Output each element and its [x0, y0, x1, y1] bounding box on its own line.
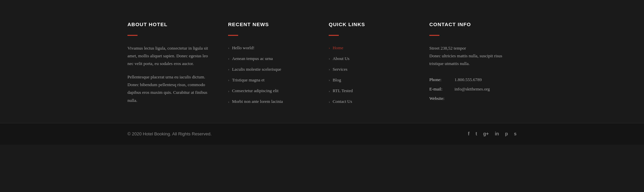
phone-value: 1.800.555.6789 — [454, 76, 482, 83]
quick-links-list: › Home› About Us› Services› Blog› RTL Te… — [329, 44, 416, 106]
twitter-icon[interactable]: t — [476, 130, 477, 138]
about-paragraph1: Vivamus lectus ligula, consectetur in li… — [127, 44, 215, 68]
recent-news-section: RECENT NEWS › Hello world!› Aenean tempu… — [228, 20, 315, 110]
contact-website-row: Website: — [429, 95, 517, 102]
list-item: › About Us — [329, 55, 416, 62]
news-link[interactable]: › Hello world! — [228, 44, 315, 52]
list-item: › Tristique magna et — [228, 76, 315, 84]
copyright-text: © 2020 Hotel Booking. All Rights Reserve… — [127, 130, 212, 138]
news-link[interactable]: › Consectetur adipiscing elit — [228, 87, 315, 94]
email-label: E-mail: — [429, 85, 451, 93]
about-divider — [127, 35, 138, 36]
news-link[interactable]: › Tristique magna et — [228, 76, 315, 84]
chevron-icon: › — [228, 55, 229, 62]
chevron-icon: › — [329, 88, 330, 94]
quick-link[interactable]: › Services — [329, 66, 416, 73]
news-link[interactable]: › Aenean tempus ac urna — [228, 55, 315, 62]
list-item: › Consectetur adipiscing elit — [228, 87, 315, 94]
phone-label: Phone: — [429, 76, 451, 83]
chevron-icon: › — [228, 77, 229, 83]
skype-icon[interactable]: s — [514, 130, 517, 138]
quick-links-section: QUICK LINKS › Home› About Us› Services› … — [329, 20, 416, 110]
contact-divider — [429, 35, 439, 36]
chevron-icon: › — [329, 66, 330, 72]
contact-address: Street 238,52 temporDonec ultricies matt… — [429, 44, 517, 68]
contact-email-row: E-mail: info@sktthemes.org — [429, 85, 517, 93]
contact-phone-row: Phone: 1.800.555.6789 — [429, 76, 517, 83]
about-title: ABOUT HOTEL — [127, 20, 215, 29]
quick-links-divider — [329, 35, 339, 36]
email-value: info@sktthemes.org — [454, 85, 490, 93]
chevron-icon: › — [329, 77, 330, 83]
recent-news-list: › Hello world!› Aenean tempus ac urna› L… — [228, 44, 315, 106]
news-link[interactable]: › Morbi non ante lorem lacinia — [228, 98, 315, 105]
chevron-icon: › — [329, 55, 330, 62]
google-plus-icon[interactable]: g+ — [483, 130, 489, 138]
chevron-icon: › — [329, 99, 330, 105]
news-link[interactable]: › Laculis molestie scelerisque — [228, 66, 315, 73]
social-icons-container: f t g+ in p s — [468, 130, 517, 138]
list-item: › RTL Tested — [329, 87, 416, 94]
quick-link[interactable]: › Home — [329, 44, 416, 52]
quick-links-title: QUICK LINKS — [329, 20, 416, 29]
quick-link[interactable]: › Contact Us — [329, 98, 416, 105]
chevron-icon: › — [329, 45, 330, 51]
chevron-icon: › — [228, 66, 229, 72]
list-item: › Morbi non ante lorem lacinia — [228, 98, 315, 105]
list-item: › Blog — [329, 76, 416, 84]
recent-news-divider — [228, 35, 238, 36]
chevron-icon: › — [228, 99, 229, 105]
chevron-icon: › — [228, 88, 229, 94]
contact-details: Phone: 1.800.555.6789 E-mail: info@sktth… — [429, 76, 517, 102]
about-section: ABOUT HOTEL Vivamus lectus ligula, conse… — [127, 20, 215, 110]
list-item: › Laculis molestie scelerisque — [228, 66, 315, 73]
about-paragraph2: Pellentesque placerat urna eu iaculis di… — [127, 73, 215, 105]
footer-main: ABOUT HOTEL Vivamus lectus ligula, conse… — [121, 0, 523, 123]
recent-news-title: RECENT NEWS — [228, 20, 315, 29]
contact-title: CONTACT INFO — [429, 20, 517, 29]
list-item: › Aenean tempus ac urna — [228, 55, 315, 62]
quick-link[interactable]: › Blog — [329, 76, 416, 84]
quick-link[interactable]: › About Us — [329, 55, 416, 62]
chevron-icon: › — [228, 45, 229, 51]
contact-section: CONTACT INFO Street 238,52 temporDonec u… — [429, 20, 517, 110]
linkedin-icon[interactable]: in — [495, 130, 499, 138]
website-label: Website: — [429, 95, 451, 102]
quick-link[interactable]: › RTL Tested — [329, 87, 416, 94]
list-item: › Services — [329, 66, 416, 73]
list-item: › Contact Us — [329, 98, 416, 105]
list-item: › Home — [329, 44, 416, 52]
pinterest-icon[interactable]: p — [505, 130, 508, 138]
footer-bottom: © 2020 Hotel Booking. All Rights Reserve… — [0, 123, 644, 145]
footer-bottom-inner: © 2020 Hotel Booking. All Rights Reserve… — [121, 123, 523, 145]
facebook-icon[interactable]: f — [468, 130, 470, 138]
list-item: › Hello world! — [228, 44, 315, 52]
